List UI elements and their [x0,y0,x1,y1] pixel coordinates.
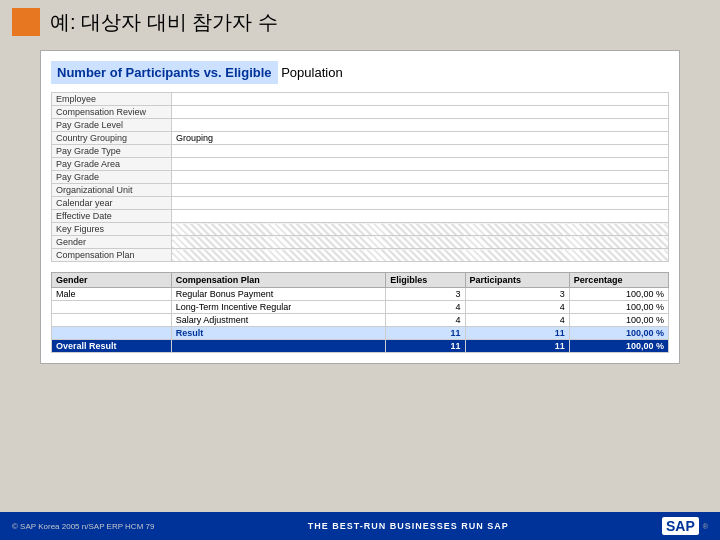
cell-percentage: 100,00 % [569,327,668,340]
table-row: MaleRegular Bonus Payment33100,00 % [52,288,669,301]
grouping-value [172,119,669,132]
grouping-value [172,210,669,223]
grouping-label: Organizational Unit [52,184,172,197]
cell-participants: 11 [465,327,569,340]
cell-plan: Regular Bonus Payment [171,288,386,301]
sap-logo: SAP ® [662,517,708,535]
grouping-value [172,145,669,158]
cell-percentage: 100,00 % [569,340,668,353]
cell-gender [52,327,172,340]
grouping-label: Effective Date [52,210,172,223]
grouping-label: Pay Grade [52,171,172,184]
cell-eligibles: 4 [386,314,465,327]
cell-percentage: 100,00 % [569,288,668,301]
col-percentage: Percentage [569,273,668,288]
cell-eligibles: 3 [386,288,465,301]
cell-eligibles: 11 [386,327,465,340]
sap-logo-text: SAP [662,517,699,535]
col-participants: Participants [465,273,569,288]
header-icon [12,8,40,36]
grouping-value [172,197,669,210]
footer-left: © SAP Korea 2005 n/SAP ERP HCM 79 [12,522,154,531]
grouping-value [172,158,669,171]
grouping-table: EmployeeCompensation ReviewPay Grade Lev… [51,92,669,262]
grouping-label: Pay Grade Level [52,119,172,132]
cell-plan: Long-Term Incentive Regular [171,301,386,314]
cell-percentage: 100,00 % [569,301,668,314]
grouping-label: Pay Grade Area [52,158,172,171]
cell-participants: 11 [465,340,569,353]
footer-right: THE BEST-RUN BUSINESSES RUN SAP [308,521,509,531]
grouping-value [172,249,669,262]
grouping-label: Compensation Plan [52,249,172,262]
grouping-value [172,171,669,184]
grouping-label: Employee [52,93,172,106]
col-gender: Gender [52,273,172,288]
table-row: Salary Adjustment44100,00 % [52,314,669,327]
table-row: Long-Term Incentive Regular44100,00 % [52,301,669,314]
report-title-container: Number of Participants vs. Eligible Popu… [51,61,669,92]
cell-plan: Result [171,327,386,340]
cell-eligibles: 11 [386,340,465,353]
table-row: Result1111100,00 % [52,327,669,340]
cell-percentage: 100,00 % [569,314,668,327]
cell-participants: 4 [465,301,569,314]
cell-participants: 4 [465,314,569,327]
page-title: 예: 대상자 대비 참가자 수 [50,9,278,36]
sap-trademark: ® [703,523,708,530]
grouping-value [172,236,669,249]
report-title-highlight: Number of Participants vs. Eligible [51,61,278,84]
grouping-label: Compensation Review [52,106,172,119]
footer: © SAP Korea 2005 n/SAP ERP HCM 79 THE BE… [0,512,720,540]
col-eligibles: Eligibles [386,273,465,288]
grouping-value: Grouping [172,132,669,145]
grouping-value [172,184,669,197]
grouping-value [172,223,669,236]
cell-gender [52,314,172,327]
cell-gender: Male [52,288,172,301]
grouping-label: Country Grouping [52,132,172,145]
data-table-header: Gender Compensation Plan Eligibles Parti… [52,273,669,288]
table-row: Overall Result1111100,00 % [52,340,669,353]
grouping-label: Pay Grade Type [52,145,172,158]
data-table: Gender Compensation Plan Eligibles Parti… [51,272,669,353]
cell-participants: 3 [465,288,569,301]
grouping-label: Gender [52,236,172,249]
cell-gender: Overall Result [52,340,172,353]
cell-plan [171,340,386,353]
report-title-rest: Population [278,65,343,80]
col-plan: Compensation Plan [171,273,386,288]
grouping-label: Calendar year [52,197,172,210]
header: 예: 대상자 대비 참가자 수 [0,0,720,44]
cell-plan: Salary Adjustment [171,314,386,327]
grouping-value [172,93,669,106]
main-content: Number of Participants vs. Eligible Popu… [40,50,680,364]
cell-eligibles: 4 [386,301,465,314]
cell-gender [52,301,172,314]
grouping-value [172,106,669,119]
grouping-label: Key Figures [52,223,172,236]
